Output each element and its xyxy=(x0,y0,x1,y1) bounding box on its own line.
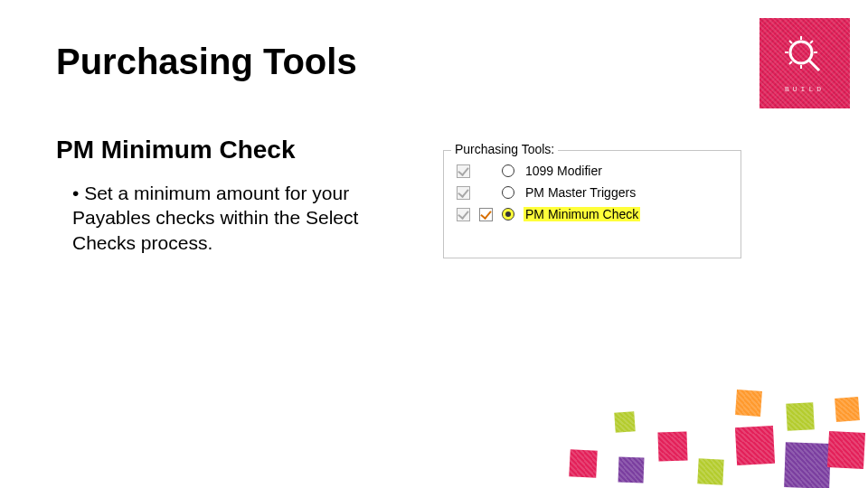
groupbox-rows: 1099 Modifier PM Master Triggers PM Mini… xyxy=(444,151,741,221)
brand-word: BUILD xyxy=(785,85,825,93)
svg-line-6 xyxy=(789,41,792,43)
svg-point-0 xyxy=(790,42,812,63)
decor-square xyxy=(657,431,687,461)
decor-square xyxy=(569,449,598,478)
decor-square xyxy=(827,431,865,469)
svg-line-1 xyxy=(809,61,819,70)
decorative-squares xyxy=(561,361,868,488)
page-subtitle: PM Minimum Check xyxy=(56,136,295,164)
decor-square xyxy=(735,426,775,465)
row-label: PM Minimum Check xyxy=(524,207,640,221)
decor-square xyxy=(697,458,723,484)
checkbox-spacer xyxy=(479,164,493,178)
checkbox-selected-icon[interactable] xyxy=(479,208,493,221)
magnifier-gear-icon xyxy=(783,34,826,81)
bullet-item: Set a minimum amount for your Payables c… xyxy=(72,181,400,255)
brand-logo: BUILD xyxy=(760,18,850,108)
svg-line-8 xyxy=(789,61,792,64)
bullet-list: Set a minimum amount for your Payables c… xyxy=(56,181,400,255)
decor-square xyxy=(835,397,860,422)
row-label: 1099 Modifier xyxy=(524,164,604,178)
svg-line-7 xyxy=(810,41,813,43)
radio-selected-icon[interactable] xyxy=(502,208,514,221)
checkbox-icon[interactable] xyxy=(457,208,470,221)
checkbox-spacer xyxy=(479,186,493,200)
decor-square xyxy=(735,389,762,417)
row-pm-minimum-check: PM Minimum Check xyxy=(457,207,731,221)
page-title: Purchasing Tools xyxy=(56,42,357,82)
checkbox-icon[interactable] xyxy=(457,164,470,178)
checkbox-icon[interactable] xyxy=(457,186,470,200)
decor-square xyxy=(614,411,635,432)
decor-square xyxy=(784,442,831,488)
decor-square xyxy=(786,402,815,431)
groupbox-legend: Purchasing Tools: xyxy=(451,142,558,156)
row-label: PM Master Triggers xyxy=(524,185,637,200)
row-1099-modifier: 1099 Modifier xyxy=(457,164,731,178)
decor-square xyxy=(618,457,645,483)
radio-icon[interactable] xyxy=(502,186,514,199)
purchasing-tools-groupbox: Purchasing Tools: 1099 Modifier PM Maste… xyxy=(443,150,741,258)
row-pm-master-triggers: PM Master Triggers xyxy=(457,185,731,200)
radio-icon[interactable] xyxy=(502,164,514,177)
